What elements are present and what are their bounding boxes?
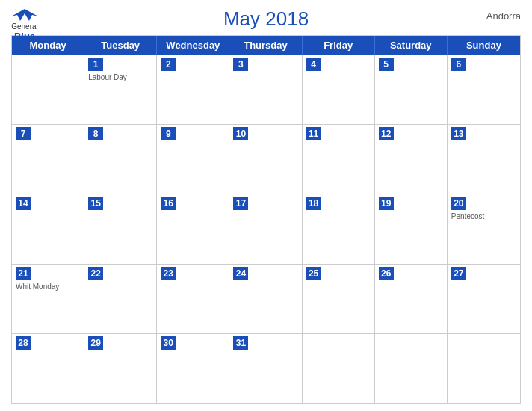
cell-date: 7 [16,127,31,140]
calendar-cell: 13 [448,125,520,194]
cell-date: 10 [233,127,248,140]
calendar-row-1: 78910111213 [12,124,520,194]
calendar-cell: 1Labour Day [84,55,157,124]
calendar-cell: 12 [375,125,448,194]
cell-date: 3 [233,58,248,71]
calendar: MondayTuesdayWednesdayThursdayFridaySatu… [11,35,521,404]
cell-date: 25 [306,267,321,280]
calendar-cell: 20Pentecost [448,194,520,263]
cell-date: 4 [306,58,321,71]
calendar-title: May 2018 [223,7,309,31]
calendar-cell [375,334,448,403]
cell-date: 12 [379,127,394,140]
calendar-cell: 11 [303,125,375,194]
cell-event: Whit Monday [16,282,80,291]
calendar-row-2: 14151617181920Pentecost [12,194,520,263]
calendar-cell: 26 [375,265,448,333]
calendar-cell: 5 [375,55,448,124]
calendar-cell: 29 [84,334,157,403]
calendar-cell: 15 [84,194,157,263]
cell-date: 15 [88,197,103,210]
calendar-cell: 30 [157,334,229,403]
logo-general: General [11,22,38,31]
cell-date: 29 [88,336,103,350]
calendar-cell: 8 [84,125,157,194]
calendar-cell: 24 [229,265,302,333]
cell-date: 23 [161,267,176,280]
calendar-cell: 7 [12,125,84,194]
cell-date: 28 [16,336,31,350]
cell-date: 31 [233,336,248,350]
day-header-thursday: Thursday [229,36,302,55]
calendar-cell: 2 [157,55,229,124]
day-header-friday: Friday [303,36,375,55]
cell-event: Pentecost [451,212,516,220]
country-label: Andorra [486,10,521,22]
calendar-cell: 18 [303,194,375,263]
cell-date: 1 [88,58,103,71]
cell-date: 5 [379,58,394,71]
header: General Blue May 2018 Andorra [11,7,521,31]
cell-date: 24 [233,267,248,280]
logo-blue: Blue [14,31,35,42]
calendar-cell [303,334,375,403]
cell-date: 19 [379,197,394,210]
calendar-cell: 6 [448,55,520,124]
cell-date: 17 [233,197,248,210]
calendar-cell: 16 [157,194,229,263]
cell-date: 9 [161,127,176,140]
calendar-cell: 28 [12,334,84,403]
cell-date: 27 [451,267,466,280]
page: General Blue May 2018 Andorra MondayTues… [0,0,532,411]
cell-date: 18 [306,197,321,210]
calendar-cell: 9 [157,125,229,194]
calendar-row-3: 21Whit Monday222324252627 [12,264,520,333]
cell-date: 13 [451,127,466,140]
day-header-saturday: Saturday [375,36,448,55]
cell-date: 21 [16,267,31,280]
cell-date: 22 [88,267,103,280]
calendar-cell: 17 [229,194,302,263]
calendar-row-0: 1Labour Day23456 [12,55,520,124]
calendar-cell: 22 [84,265,157,333]
cell-date: 16 [161,197,176,210]
calendar-cell: 14 [12,194,84,263]
cell-date: 6 [451,58,466,71]
calendar-cell [448,334,520,403]
calendar-cell: 4 [303,55,375,124]
calendar-body: 1Labour Day23456789101112131415161718192… [12,55,520,403]
calendar-cell: 31 [229,334,302,403]
cell-date: 14 [16,197,31,210]
cell-date: 30 [161,336,176,350]
day-header-wednesday: Wednesday [157,36,229,55]
cell-event: Labour Day [88,73,152,81]
calendar-cell: 27 [448,265,520,333]
logo: General Blue [11,7,38,42]
calendar-cell [12,55,84,124]
day-header-sunday: Sunday [448,36,520,55]
calendar-header: MondayTuesdayWednesdayThursdayFridaySatu… [12,36,520,55]
day-header-tuesday: Tuesday [84,36,157,55]
calendar-cell: 19 [375,194,448,263]
cell-date: 2 [161,58,176,71]
calendar-cell: 3 [229,55,302,124]
logo-icon [11,7,38,22]
calendar-cell: 21Whit Monday [12,265,84,333]
cell-date: 20 [451,197,466,210]
cell-date: 8 [88,127,103,140]
cell-date: 11 [306,127,321,140]
calendar-row-4: 28293031 [12,333,520,403]
calendar-cell: 25 [303,265,375,333]
svg-marker-0 [11,9,38,21]
calendar-cell: 23 [157,265,229,333]
calendar-cell: 10 [229,125,302,194]
cell-date: 26 [379,267,394,280]
